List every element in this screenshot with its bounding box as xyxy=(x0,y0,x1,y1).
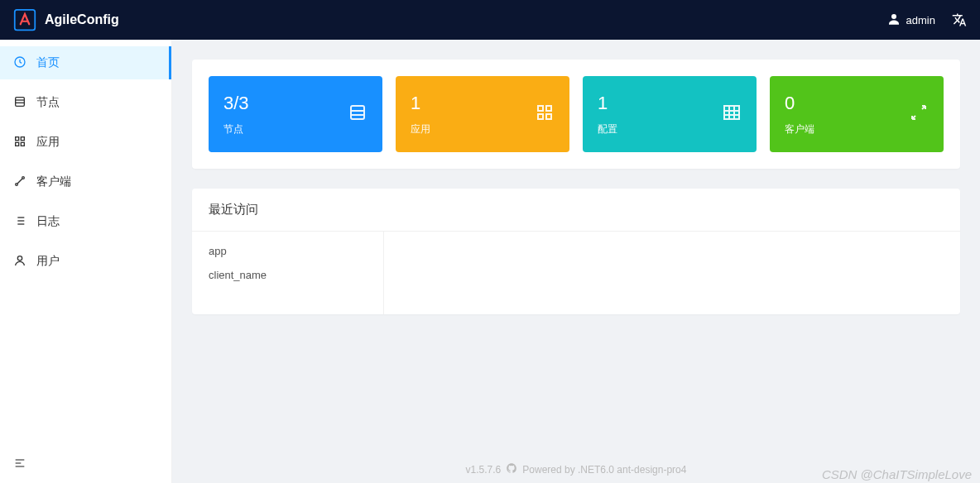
connect-icon xyxy=(13,175,26,190)
powered-text: Powered by .NET6.0 ant-design-pro4 xyxy=(522,464,686,476)
stat-value: 0 xyxy=(785,93,814,114)
svg-rect-8 xyxy=(16,142,19,146)
stat-label: 客户端 xyxy=(785,122,814,136)
svg-rect-28 xyxy=(538,114,543,119)
svg-point-19 xyxy=(17,256,22,260)
header: AgileConfig admin xyxy=(0,0,980,40)
svg-rect-27 xyxy=(546,106,551,111)
sidebar-item-label: 日志 xyxy=(36,214,60,229)
stat-label: 应用 xyxy=(411,122,430,136)
version-text: v1.5.7.6 xyxy=(466,464,502,476)
svg-point-10 xyxy=(16,183,18,185)
stat-label: 配置 xyxy=(598,122,617,136)
recent-card: 最近访问 app client_name xyxy=(192,189,960,314)
main-content: 3/3 节点 1 应用 1 配置 xyxy=(172,40,980,483)
user-menu[interactable]: admin xyxy=(886,12,935,29)
sidebar-item-logs[interactable]: 日志 xyxy=(0,205,171,238)
sidebar-item-users[interactable]: 用户 xyxy=(0,245,171,278)
recent-column: app client_name xyxy=(192,232,384,314)
svg-rect-30 xyxy=(724,106,739,119)
svg-rect-3 xyxy=(16,97,25,106)
recent-item[interactable]: app xyxy=(209,245,367,257)
username: admin xyxy=(906,14,935,26)
user-icon xyxy=(13,254,26,270)
sidebar-menu: 首页 节点 应用 客户端 日志 用户 xyxy=(0,40,171,285)
svg-line-12 xyxy=(17,179,22,184)
svg-rect-29 xyxy=(546,114,551,119)
sidebar-item-label: 节点 xyxy=(36,95,60,110)
recent-empty xyxy=(384,232,960,314)
sidebar: 首页 节点 应用 客户端 日志 用户 xyxy=(0,40,172,483)
stat-configs[interactable]: 1 配置 xyxy=(583,76,757,152)
recent-item[interactable]: client_name xyxy=(209,269,367,281)
recent-body: app client_name xyxy=(192,232,960,314)
svg-rect-23 xyxy=(351,106,364,119)
svg-point-11 xyxy=(22,176,25,179)
recent-title: 最近访问 xyxy=(192,189,960,232)
svg-rect-6 xyxy=(16,136,19,140)
collapse-icon xyxy=(13,457,26,473)
grid-icon xyxy=(13,135,26,151)
stat-apps[interactable]: 1 应用 xyxy=(396,76,569,152)
svg-rect-26 xyxy=(538,106,543,111)
stat-value: 3/3 xyxy=(223,93,249,114)
stats-card: 3/3 节点 1 应用 1 配置 xyxy=(192,60,960,169)
table-icon xyxy=(722,103,742,126)
stat-value: 1 xyxy=(598,93,617,114)
svg-rect-7 xyxy=(21,136,24,140)
sidebar-collapse-toggle[interactable] xyxy=(0,447,171,483)
user-icon xyxy=(886,12,901,29)
svg-point-1 xyxy=(891,14,896,19)
expand-icon xyxy=(909,103,929,126)
header-left: AgileConfig xyxy=(13,8,119,31)
sidebar-item-label: 应用 xyxy=(36,135,60,150)
app-logo[interactable] xyxy=(13,8,36,31)
sidebar-item-label: 客户端 xyxy=(36,175,71,189)
sidebar-item-label: 用户 xyxy=(36,254,60,269)
sidebar-item-label: 首页 xyxy=(36,55,60,70)
list-icon xyxy=(13,95,26,111)
footer: v1.5.7.6 Powered by .NET6.0 ant-design-p… xyxy=(172,462,980,476)
header-right: admin xyxy=(886,12,967,29)
svg-rect-9 xyxy=(21,142,24,146)
sidebar-item-apps[interactable]: 应用 xyxy=(0,126,171,159)
stat-nodes[interactable]: 3/3 节点 xyxy=(209,76,382,152)
stat-value: 1 xyxy=(411,93,430,114)
sidebar-item-clients[interactable]: 客户端 xyxy=(0,165,171,198)
list-icon xyxy=(348,103,368,126)
stat-clients[interactable]: 0 客户端 xyxy=(770,76,944,152)
language-switch[interactable] xyxy=(952,12,967,27)
grid-icon xyxy=(535,103,555,126)
stat-label: 节点 xyxy=(223,122,249,136)
dashboard-icon xyxy=(13,55,26,71)
app-title: AgileConfig xyxy=(45,12,119,27)
github-icon[interactable] xyxy=(506,462,517,476)
loglist-icon xyxy=(13,214,26,230)
sidebar-item-home[interactable]: 首页 xyxy=(0,46,171,79)
sidebar-item-nodes[interactable]: 节点 xyxy=(0,86,171,119)
